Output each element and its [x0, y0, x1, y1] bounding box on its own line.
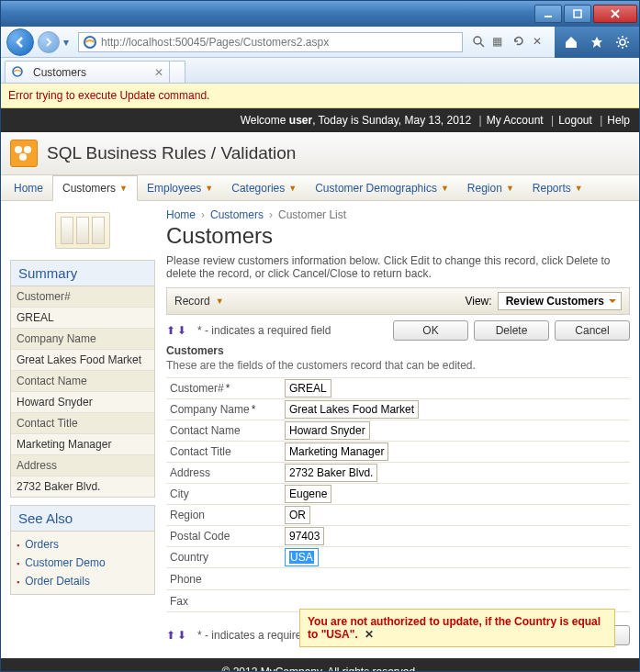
- compat-icon[interactable]: ▦: [492, 35, 507, 50]
- sidebar-thumb: [55, 212, 110, 249]
- section-desc: These are the fields of the customers re…: [166, 359, 630, 372]
- tab-close-icon[interactable]: ✕: [154, 66, 163, 79]
- summary-box: Summary Customer# GREAL Company Name Gre…: [10, 260, 155, 498]
- browser-tab[interactable]: Customers ✕: [5, 61, 170, 83]
- city-input[interactable]: Eugene: [285, 485, 331, 503]
- title-input[interactable]: Marketing Manager: [285, 442, 388, 461]
- prev-record-icon[interactable]: ⬆: [166, 629, 175, 642]
- menu-region[interactable]: Region▼: [458, 175, 523, 200]
- svg-point-8: [19, 153, 27, 161]
- window-minimize-button[interactable]: [534, 5, 562, 23]
- page-title: Customers: [166, 223, 630, 249]
- window-titlebar: [1, 1, 639, 27]
- back-button[interactable]: [6, 28, 34, 56]
- page-desc: Please review customers information belo…: [166, 254, 630, 280]
- next-record-icon[interactable]: ⬇: [177, 629, 186, 642]
- section-title: Customers: [166, 344, 630, 357]
- main-panel: Home › Customers › Customer List Custome…: [166, 201, 630, 649]
- svg-point-6: [15, 146, 22, 153]
- address-bar[interactable]: http://localhost:50045/Pages/Customers2.…: [78, 32, 463, 52]
- page-footer: © 2012 MyCompany. All rights reserved.: [1, 658, 639, 671]
- record-toolbar: Record▼ View: Review Customers: [166, 287, 630, 315]
- postal-input[interactable]: 97403: [285, 527, 324, 545]
- chevron-down-icon: ▼: [205, 184, 213, 193]
- menu-customers[interactable]: Customers▼: [52, 175, 138, 201]
- form-table: Customer#* GREAL Company Name* Great Lak…: [166, 377, 630, 612]
- user-bar: Welcome user, Today is Sunday, May 13, 2…: [1, 108, 639, 132]
- chevron-down-icon: ▼: [119, 184, 128, 193]
- see-also-link[interactable]: Order Details: [17, 572, 149, 590]
- refresh-icon[interactable]: [512, 35, 527, 50]
- chevron-down-icon: ▼: [216, 297, 224, 306]
- page-content: Error trying to execute Update command. …: [1, 84, 639, 671]
- app-title: SQL Business Rules / Validation: [47, 143, 296, 163]
- ie-icon: [83, 35, 97, 50]
- window-maximize-button[interactable]: [564, 5, 591, 23]
- logout-link[interactable]: Logout: [558, 114, 592, 127]
- search-icon[interactable]: [472, 35, 487, 50]
- new-tab-button[interactable]: [169, 61, 185, 83]
- ie-icon: [11, 65, 26, 80]
- menu-employees[interactable]: Employees▼: [138, 175, 222, 200]
- app-logo: [10, 140, 38, 167]
- menu-reports[interactable]: Reports▼: [523, 175, 592, 200]
- favorites-icon[interactable]: [588, 33, 606, 51]
- home-icon[interactable]: [562, 33, 580, 51]
- error-banner: Error trying to execute Update command.: [1, 84, 639, 108]
- delete-button[interactable]: Delete: [474, 320, 549, 341]
- breadcrumb-current: Customer List: [278, 208, 346, 221]
- region-input[interactable]: OR: [285, 506, 310, 524]
- tab-title: Customers: [33, 66, 86, 79]
- chevron-down-icon: ▼: [288, 184, 297, 193]
- customer-id-input[interactable]: GREAL: [285, 379, 331, 398]
- close-error-icon[interactable]: ✕: [365, 628, 374, 641]
- my-account-link[interactable]: My Account: [487, 114, 544, 127]
- help-link[interactable]: Help: [607, 114, 630, 127]
- record-dropdown[interactable]: Record▼: [174, 295, 224, 308]
- view-select[interactable]: Review Customers: [498, 292, 622, 310]
- browser-tabstrip: Customers ✕: [1, 58, 639, 84]
- browser-navbar: ▾ http://localhost:50045/Pages/Customers…: [1, 27, 639, 58]
- svg-rect-0: [545, 16, 552, 17]
- prev-record-icon[interactable]: ⬆: [166, 324, 175, 337]
- svg-point-3: [474, 37, 481, 44]
- window-close-button[interactable]: [593, 5, 637, 23]
- see-also-link[interactable]: Customer Demo: [17, 554, 149, 572]
- stop-icon[interactable]: ✕: [533, 35, 547, 50]
- breadcrumb-home[interactable]: Home: [166, 208, 196, 221]
- chevron-down-icon: ▼: [506, 184, 514, 193]
- sidebar: Summary Customer# GREAL Company Name Gre…: [10, 201, 155, 649]
- url-text: http://localhost:50045/Pages/Customers2.…: [101, 36, 329, 49]
- next-record-icon[interactable]: ⬇: [177, 324, 186, 337]
- menu-demographics[interactable]: Customer Demographics▼: [306, 175, 458, 200]
- app-header: SQL Business Rules / Validation: [1, 132, 639, 175]
- svg-rect-1: [574, 10, 581, 17]
- contact-input[interactable]: Howard Snyder: [285, 421, 370, 440]
- menu-categories[interactable]: Categories▼: [222, 175, 306, 200]
- svg-point-4: [620, 39, 625, 45]
- forward-button[interactable]: [38, 31, 60, 53]
- recent-pages-dropdown[interactable]: ▾: [63, 36, 74, 49]
- breadcrumb: Home › Customers › Customer List: [166, 208, 630, 221]
- breadcrumb-customers[interactable]: Customers: [210, 208, 264, 221]
- ok-button[interactable]: OK: [393, 320, 468, 341]
- chevron-down-icon: ▼: [441, 184, 449, 193]
- main-menu: Home Customers▼ Employees▼ Categories▼ C…: [1, 175, 639, 201]
- country-input[interactable]: USA: [285, 548, 319, 566]
- cancel-button[interactable]: Cancel: [555, 320, 630, 341]
- see-also-link[interactable]: Orders: [17, 535, 149, 554]
- address-input[interactable]: 2732 Baker Blvd.: [285, 464, 377, 482]
- tools-icon[interactable]: [613, 33, 632, 51]
- company-input[interactable]: Great Lakes Food Market: [285, 400, 419, 419]
- summary-title: Summary: [11, 261, 154, 286]
- validation-error: You are not authorized to update, if the…: [299, 609, 615, 647]
- see-also-box: See Also Orders Customer Demo Order Deta…: [10, 505, 155, 595]
- menu-home[interactable]: Home: [5, 175, 52, 200]
- svg-point-7: [24, 146, 31, 153]
- chevron-down-icon: ▼: [575, 184, 583, 193]
